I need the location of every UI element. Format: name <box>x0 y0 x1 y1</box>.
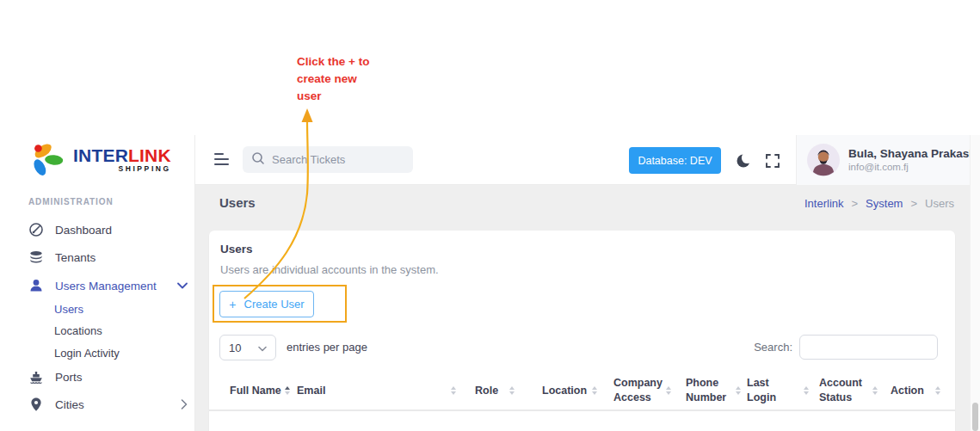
breadcrumb-system[interactable]: System <box>866 197 903 210</box>
annotation-note: Click the + to create new user <box>297 53 369 105</box>
sidebar-item-users-management[interactable]: Users Management <box>28 276 188 295</box>
sidebar: INTERLINK SHIPPING ADMINISTRATION Dashbo… <box>0 135 195 431</box>
entries-selected-value: 10 <box>229 342 241 354</box>
fullscreen-icon <box>765 153 780 169</box>
annotation-line-2: create new <box>297 71 369 88</box>
logo-tagline: SHIPPING <box>73 164 171 173</box>
sidebar-section-label: ADMINISTRATION <box>28 197 114 206</box>
sidebar-item-cities[interactable]: Cities <box>28 395 188 414</box>
table-header-row: Full Name Email Role Location Company Ac… <box>209 372 955 411</box>
column-header-last-login[interactable]: Last Login <box>747 372 809 409</box>
moon-icon <box>735 152 752 169</box>
avatar <box>807 144 840 176</box>
entries-per-page-label: entries per page <box>287 341 367 354</box>
screenshot-canvas: Click the + to create new user INTERLINK… <box>0 0 980 431</box>
user-email: info@it.com.fj <box>848 161 977 173</box>
sort-icon <box>872 386 878 395</box>
breadcrumb-separator: > <box>910 197 917 210</box>
breadcrumb-interlink[interactable]: Interlink <box>804 197 844 210</box>
sidebar-item-label: Users <box>54 303 83 316</box>
sort-icon <box>451 386 456 395</box>
sidebar-item-login-activity[interactable]: Login Activity <box>28 343 188 362</box>
sort-icon <box>736 386 741 395</box>
chevron-right-icon <box>181 399 188 409</box>
sort-icon <box>935 386 940 395</box>
page-scrollbar[interactable] <box>970 135 980 431</box>
column-header-phone-number[interactable]: Phone Number <box>686 372 741 409</box>
entries-per-page-select[interactable]: 10 <box>219 335 276 360</box>
sidebar-item-label: Users Management <box>55 280 157 292</box>
breadcrumb: Interlink > System > Users <box>804 197 954 210</box>
fullscreen-toggle[interactable] <box>763 151 782 170</box>
search-tickets-input[interactable] <box>272 153 401 166</box>
page-title: Users <box>219 195 256 210</box>
app-logo[interactable]: INTERLINK SHIPPING <box>26 139 171 179</box>
sidebar-item-label: Dashboard <box>55 224 112 237</box>
table-search-input[interactable] <box>799 335 938 360</box>
user-menu[interactable]: Bula, Shayana Prakash info@it.com.fj <box>796 135 980 185</box>
users-management-icon <box>28 278 44 293</box>
column-header-full-name[interactable]: Full Name <box>230 372 290 409</box>
menu-toggle-icon[interactable] <box>214 153 229 165</box>
annotation-line-1: Click the + to <box>297 53 369 71</box>
create-user-button[interactable]: + Create User <box>219 291 314 317</box>
users-card: Users Users are individual accounts in t… <box>209 231 955 431</box>
topbar: Database: DEV Bula, Shayana Prakash info… <box>195 135 980 185</box>
column-header-location[interactable]: Location <box>542 372 597 409</box>
user-name: Bula, Shayana Prakash <box>848 147 977 161</box>
table-search-label: Search: <box>754 341 792 354</box>
sidebar-item-users[interactable]: Users <box>28 299 188 318</box>
logo-text: INTERLINK SHIPPING <box>73 146 171 173</box>
sidebar-item-label: Tenants <box>55 251 96 264</box>
column-header-action[interactable]: Action <box>891 372 940 409</box>
sort-icon <box>285 386 290 395</box>
sort-icon <box>592 386 597 395</box>
dark-mode-toggle[interactable] <box>734 151 753 170</box>
chevron-down-icon <box>258 342 267 354</box>
column-header-role[interactable]: Role <box>475 372 515 409</box>
chevron-down-icon <box>177 282 188 289</box>
sort-icon <box>666 386 671 395</box>
column-header-company-access[interactable]: Company Access <box>613 372 670 409</box>
card-description: Users are individual accounts in the sys… <box>220 263 439 276</box>
annotation-line-3: user <box>297 88 369 105</box>
sidebar-item-dashboard[interactable]: Dashboard <box>28 220 188 239</box>
column-header-email[interactable]: Email <box>297 372 456 409</box>
sort-icon <box>509 386 515 395</box>
sidebar-item-locations[interactable]: Locations <box>28 321 188 340</box>
column-header-account-status[interactable]: Account Status <box>819 372 878 409</box>
table-search: Search: <box>754 335 938 360</box>
sidebar-item-label: Locations <box>54 324 102 337</box>
search-icon <box>251 151 265 169</box>
database-env-button[interactable]: Database: DEV <box>629 147 721 174</box>
logo-icon <box>26 139 67 179</box>
sidebar-item-label: Login Activity <box>54 347 120 360</box>
dashboard-icon <box>28 222 44 237</box>
content-area: Users Interlink > System > Users Users U… <box>195 185 970 431</box>
tenants-icon <box>28 249 44 265</box>
breadcrumb-current: Users <box>925 197 954 210</box>
user-info: Bula, Shayana Prakash info@it.com.fj <box>848 147 977 173</box>
plus-icon: + <box>229 298 236 311</box>
sidebar-item-label: Cities <box>55 398 84 411</box>
card-title: Users <box>220 243 253 256</box>
cities-icon <box>28 397 44 412</box>
scrollbar-thumb[interactable] <box>972 403 978 431</box>
sidebar-item-ports[interactable]: Ports <box>28 367 188 386</box>
logo-word-link: LINK <box>128 145 171 165</box>
create-user-label: Create User <box>244 298 305 311</box>
sidebar-item-label: Ports <box>55 371 83 384</box>
topbar-search[interactable] <box>243 146 413 173</box>
sort-icon <box>804 386 809 395</box>
logo-word-inter: INTER <box>73 145 128 165</box>
breadcrumb-separator: > <box>852 197 859 210</box>
sidebar-item-tenants[interactable]: Tenants <box>28 248 188 267</box>
ports-icon <box>28 369 44 385</box>
